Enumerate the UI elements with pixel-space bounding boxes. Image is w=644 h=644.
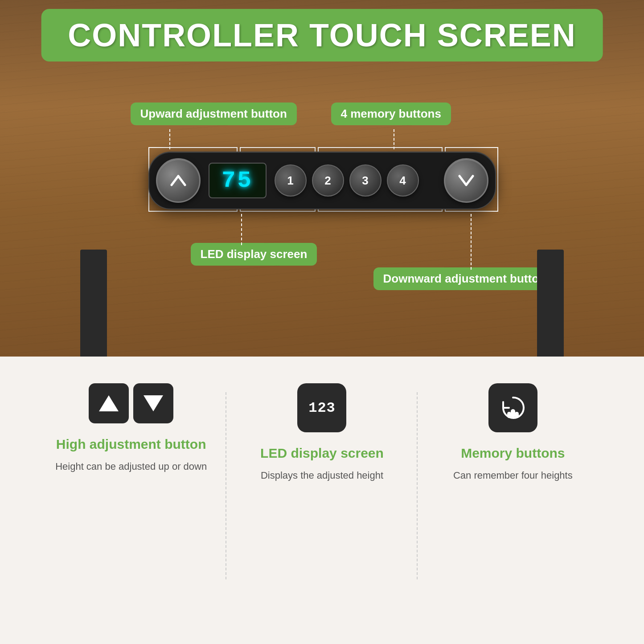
led-icon-box: 123 (297, 383, 346, 432)
led-value: 75 (222, 168, 253, 194)
led-dashed-line (241, 214, 242, 245)
feature-col-led: 123 LED display screen Displays the adju… (226, 383, 417, 483)
memory-button-4[interactable]: 4 (387, 164, 419, 197)
adjustment-desc: Height can be adjusted up or down (55, 459, 207, 474)
memory-feature-desc: Can remember four heights (453, 468, 573, 483)
memory-feature-title: Memory buttons (461, 446, 565, 461)
led-display: 75 (209, 163, 267, 198)
svg-marker-0 (99, 395, 119, 411)
up-button[interactable] (156, 158, 201, 203)
feature-col-memory: Memory buttons Can remember four heights (418, 383, 608, 483)
feature-col-adjustment: High adjustment button Height can be adj… (36, 383, 226, 474)
upward-dashed-line (169, 129, 170, 149)
downward-label: Downward adjustment button (373, 267, 556, 290)
features-section: High adjustment button Height can be adj… (0, 357, 644, 644)
led-feature-title: LED display screen (260, 446, 384, 461)
led-icon-text: 123 (308, 400, 336, 416)
page-title: CONTROLLER TOUCH SCREEN (68, 17, 576, 53)
title-banner: CONTROLLER TOUCH SCREEN (41, 9, 603, 62)
downward-dashed-line (471, 214, 472, 270)
svg-rect-3 (507, 412, 511, 418)
product-photo-section: CONTROLLER TOUCH SCREEN Upward adjustmen… (0, 0, 644, 357)
up-square-button (89, 383, 129, 423)
svg-marker-1 (144, 395, 163, 411)
led-label: LED display screen (191, 243, 317, 266)
controller-device: 75 1 2 3 4 (148, 152, 496, 209)
memory-dashed-line (394, 129, 394, 149)
memory-icon-box (488, 383, 537, 432)
svg-rect-2 (511, 409, 515, 418)
memory-label: 4 memory buttons (331, 103, 451, 125)
memory-button-3[interactable]: 3 (349, 164, 381, 197)
table-leg-left (80, 250, 107, 357)
down-square-button (133, 383, 173, 423)
table-leg-right (537, 250, 564, 357)
memory-button-2[interactable]: 2 (312, 164, 344, 197)
memory-buttons-group: 1 2 3 4 (275, 164, 419, 197)
adjustment-title: High adjustment button (56, 437, 206, 452)
upward-label: Upward adjustment button (131, 103, 297, 125)
memory-button-1[interactable]: 1 (275, 164, 307, 197)
controller-panel: 75 1 2 3 4 (148, 152, 496, 209)
up-down-icons (89, 383, 173, 423)
svg-rect-4 (515, 412, 519, 418)
down-button[interactable] (444, 158, 488, 203)
led-feature-desc: Displays the adjusted height (261, 468, 383, 483)
